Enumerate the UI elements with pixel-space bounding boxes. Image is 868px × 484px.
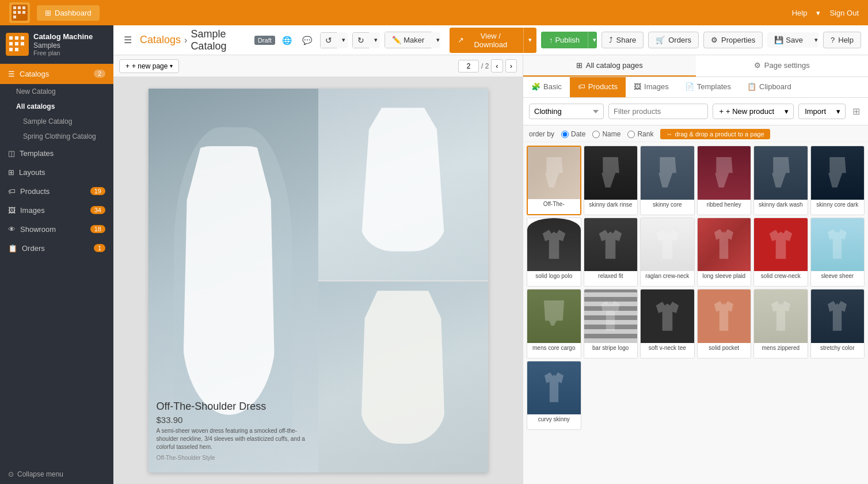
- product-card-3[interactable]: skinny core: [640, 146, 695, 215]
- new-page-button[interactable]: + + new page ▾: [119, 59, 179, 73]
- product-card-19[interactable]: curvy skinny: [527, 361, 581, 430]
- publish-group: ↑Publish ▾: [541, 32, 597, 48]
- help-link[interactable]: Help: [792, 9, 808, 17]
- product-card-15[interactable]: soft v-neck tee: [640, 289, 695, 359]
- globe-icon-button[interactable]: 🌐: [279, 33, 295, 47]
- product-name-14: bar stripe logo: [584, 343, 638, 358]
- sidebar-item-products[interactable]: 🏷 Products 19: [0, 182, 113, 201]
- category-select[interactable]: Clothing All Shoes Accessories: [529, 104, 604, 119]
- save-button[interactable]: 💾Save: [767, 32, 810, 48]
- share-button[interactable]: ⤴ Share: [601, 32, 644, 48]
- products-label: Products: [20, 187, 50, 196]
- tab-clipboard[interactable]: 📋 Clipboard: [739, 77, 800, 97]
- product-card-12[interactable]: sleeve sheer: [810, 218, 865, 287]
- product-card-9[interactable]: raglan crew-neck: [640, 218, 695, 287]
- filter-input[interactable]: [608, 104, 708, 119]
- product-name-7: solid logo polo: [527, 271, 581, 286]
- drag-icon: ↔: [666, 131, 672, 138]
- redo-dropdown-button[interactable]: ▾: [370, 32, 380, 48]
- product-card-17[interactable]: mens zippered: [753, 289, 808, 359]
- product-name-17: mens zippered: [754, 343, 808, 358]
- svg-rect-1: [13, 6, 16, 9]
- tab-page-settings[interactable]: ⚙ Page settings: [696, 55, 869, 77]
- product-card-5[interactable]: skinny dark wash: [753, 146, 808, 215]
- sidebar-item-templates[interactable]: ◫ Templates: [0, 144, 113, 163]
- undo-button[interactable]: ↺: [320, 32, 337, 48]
- product-card-18[interactable]: stretchy color: [810, 289, 865, 359]
- prev-page-button[interactable]: ‹: [491, 59, 502, 73]
- sidebar-item-catalogs[interactable]: ☰ Catalogs 2: [0, 64, 113, 84]
- sidebar-sub-new-catalog[interactable]: New Catalog: [0, 84, 113, 99]
- svg-rect-16: [15, 48, 18, 51]
- save-dropdown-button[interactable]: ▾: [810, 32, 818, 48]
- signout-link[interactable]: Sign Out: [829, 9, 859, 17]
- tab-basic[interactable]: 🧩 Basic: [523, 77, 570, 97]
- right-panel: ⊞ All catalog pages ⚙ Page settings 🧩 Ba…: [523, 55, 868, 484]
- product-card-11[interactable]: solid crew-neck: [753, 218, 808, 287]
- maker-button[interactable]: ✏️Maker: [384, 32, 432, 48]
- question-icon: ?: [831, 36, 835, 44]
- import-dropdown[interactable]: ▾: [832, 104, 846, 119]
- comment-icon-button[interactable]: 💬: [299, 33, 315, 47]
- undo-dropdown-button[interactable]: ▾: [337, 32, 348, 48]
- redo-button[interactable]: ↻: [352, 32, 370, 48]
- tab-products[interactable]: 🏷 Products: [570, 77, 626, 97]
- catalogs-label: Catalogs: [20, 70, 49, 78]
- catalogs-breadcrumb-link[interactable]: Catalogs: [140, 34, 181, 46]
- product-name-11: solid crew-neck: [754, 271, 808, 286]
- brand-name: Catalog Machine: [33, 32, 93, 41]
- canvas-scroll[interactable]: Off-The-Shoulder Dress $33.90 A semi-she…: [113, 77, 523, 484]
- product-price: $33.90: [157, 415, 310, 425]
- view-download-button[interactable]: ↗View / Download: [450, 28, 524, 53]
- new-product-button[interactable]: + + New product: [713, 104, 780, 119]
- sidebar-brand: Catalog Machine Samples Free plan: [0, 25, 113, 64]
- order-date-radio[interactable]: [561, 131, 569, 138]
- product-card-6[interactable]: skinny core dark: [810, 146, 865, 215]
- next-page-button[interactable]: ›: [505, 59, 517, 73]
- product-card-13[interactable]: mens core cargo: [527, 289, 581, 359]
- new-product-dropdown[interactable]: ▾: [780, 104, 794, 119]
- order-name-radio[interactable]: [592, 131, 600, 138]
- product-card-10[interactable]: long sleeve plaid: [697, 218, 752, 287]
- sidebar-sub-sample-catalog[interactable]: Sample Catalog: [0, 114, 113, 129]
- sidebar-sub-spring-catalog[interactable]: Spring Clothing Catalog: [0, 129, 113, 144]
- order-rank-label[interactable]: Rank: [627, 130, 653, 138]
- orders-toolbar-button[interactable]: 🛒 Orders: [648, 32, 699, 48]
- collapse-menu-button[interactable]: ⊙ Collapse menu: [0, 464, 113, 484]
- product-card-4[interactable]: ribbed henley: [697, 146, 752, 215]
- sidebar-item-layouts[interactable]: ⊞ Layouts: [0, 163, 113, 182]
- import-button[interactable]: Import: [798, 104, 832, 119]
- product-card-16[interactable]: solid pocket: [697, 289, 752, 359]
- product-card-7[interactable]: solid logo polo: [527, 218, 581, 287]
- publish-dropdown-button[interactable]: ▾: [588, 32, 597, 48]
- product-card-2[interactable]: skinny dark rinse: [584, 146, 638, 215]
- sidebar-item-orders[interactable]: 📋 Orders 1: [0, 239, 113, 258]
- publish-button[interactable]: ↑Publish: [541, 32, 588, 48]
- hamburger-button[interactable]: ☰: [120, 32, 135, 48]
- grid-view-button[interactable]: ⊞: [850, 104, 862, 119]
- view-download-dropdown-button[interactable]: ▾: [524, 28, 536, 53]
- properties-button[interactable]: ⚙ Properties: [703, 32, 763, 48]
- panel-top-tabs: ⊞ All catalog pages ⚙ Page settings: [523, 55, 868, 77]
- maker-dropdown-button[interactable]: ▾: [432, 32, 440, 48]
- order-name-label[interactable]: Name: [592, 130, 620, 138]
- tab-all-catalog-pages[interactable]: ⊞ All catalog pages: [523, 55, 696, 77]
- order-rank-radio[interactable]: [627, 131, 635, 138]
- sidebar-item-images[interactable]: 🖼 Images 34: [0, 201, 113, 220]
- page-number-input[interactable]: [458, 60, 479, 73]
- svg-rect-12: [9, 42, 13, 45]
- product-name-13: mens core cargo: [527, 343, 581, 358]
- help-toolbar-button[interactable]: ? Help: [823, 32, 861, 48]
- sidebar-item-showroom[interactable]: 👁 Showroom 18: [0, 220, 113, 239]
- tab-templates[interactable]: 📄 Templates: [677, 77, 739, 97]
- product-card-14[interactable]: bar stripe logo: [584, 289, 638, 359]
- product-name-5: skinny dark wash: [754, 200, 808, 215]
- save-icon: 💾: [774, 36, 783, 44]
- sidebar-sub-all-catalogs[interactable]: All catalogs: [0, 99, 113, 114]
- product-card-1[interactable]: Off-The-: [527, 146, 581, 215]
- tab-images[interactable]: 🖼 Images: [626, 77, 677, 97]
- product-card-8[interactable]: relaxed fit: [584, 218, 638, 287]
- order-date-label[interactable]: Date: [561, 130, 585, 138]
- product-name-15: soft v-neck tee: [641, 343, 694, 358]
- dashboard-button[interactable]: ⊞ Dashboard: [37, 5, 100, 21]
